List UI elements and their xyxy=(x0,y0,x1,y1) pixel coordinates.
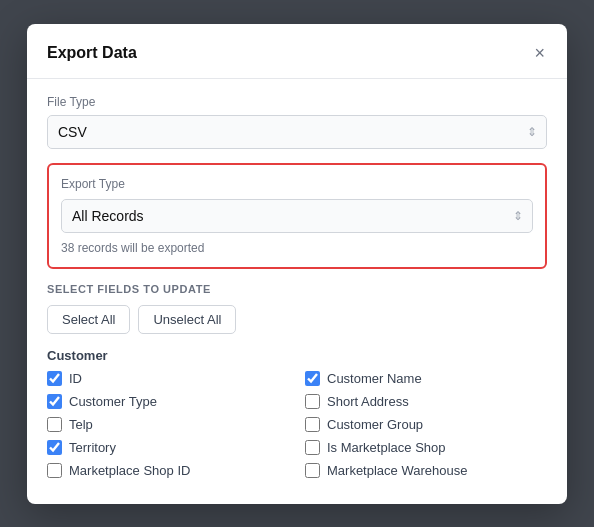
fields-section-title: SELECT FIELDS TO UPDATE xyxy=(47,283,547,295)
file-type-select[interactable]: CSV Excel JSON xyxy=(47,115,547,149)
export-type-label: Export Type xyxy=(61,177,533,191)
field-customer-group-checkbox[interactable] xyxy=(305,417,320,432)
field-customer-name-checkbox[interactable] xyxy=(305,371,320,386)
field-id-label: ID xyxy=(69,371,82,386)
export-data-modal: Export Data × File Type CSV Excel JSON ⇕… xyxy=(27,24,567,504)
list-item: Customer Name xyxy=(305,371,547,386)
file-type-label: File Type xyxy=(47,95,547,109)
field-marketplace-shop-id-label: Marketplace Shop ID xyxy=(69,463,190,478)
field-customer-name-label: Customer Name xyxy=(327,371,422,386)
fields-grid: ID Customer Name Customer Type Short Add… xyxy=(47,371,547,478)
file-type-select-wrapper: CSV Excel JSON ⇕ xyxy=(47,115,547,149)
records-note: 38 records will be exported xyxy=(61,241,533,255)
field-marketplace-warehouse-label: Marketplace Warehouse xyxy=(327,463,467,478)
fields-category: Customer xyxy=(47,348,547,363)
field-marketplace-warehouse-checkbox[interactable] xyxy=(305,463,320,478)
field-telp-checkbox[interactable] xyxy=(47,417,62,432)
field-short-address-checkbox[interactable] xyxy=(305,394,320,409)
field-customer-group-label: Customer Group xyxy=(327,417,423,432)
list-item: Marketplace Shop ID xyxy=(47,463,289,478)
export-type-select-wrapper: All Records Selected Records Filtered Re… xyxy=(61,199,533,233)
field-customer-type-label: Customer Type xyxy=(69,394,157,409)
list-item: Telp xyxy=(47,417,289,432)
field-marketplace-shop-id-checkbox[interactable] xyxy=(47,463,62,478)
list-item: Customer Type xyxy=(47,394,289,409)
list-item: Customer Group xyxy=(305,417,547,432)
list-item: Territory xyxy=(47,440,289,455)
export-type-box: Export Type All Records Selected Records… xyxy=(47,163,547,269)
select-all-button[interactable]: Select All xyxy=(47,305,130,334)
modal-header: Export Data × xyxy=(27,24,567,79)
field-territory-checkbox[interactable] xyxy=(47,440,62,455)
field-is-marketplace-shop-label: Is Marketplace Shop xyxy=(327,440,446,455)
field-telp-label: Telp xyxy=(69,417,93,432)
field-short-address-label: Short Address xyxy=(327,394,409,409)
list-item: Short Address xyxy=(305,394,547,409)
list-item: ID xyxy=(47,371,289,386)
close-button[interactable]: × xyxy=(532,42,547,64)
export-type-select[interactable]: All Records Selected Records Filtered Re… xyxy=(61,199,533,233)
field-id-checkbox[interactable] xyxy=(47,371,62,386)
file-type-group: File Type CSV Excel JSON ⇕ xyxy=(47,95,547,149)
fields-section: SELECT FIELDS TO UPDATE Select All Unsel… xyxy=(47,283,547,478)
modal-body: File Type CSV Excel JSON ⇕ Export Type A… xyxy=(27,79,567,504)
action-buttons: Select All Unselect All xyxy=(47,305,547,334)
list-item: Marketplace Warehouse xyxy=(305,463,547,478)
modal-title: Export Data xyxy=(47,44,137,62)
field-territory-label: Territory xyxy=(69,440,116,455)
field-customer-type-checkbox[interactable] xyxy=(47,394,62,409)
field-is-marketplace-shop-checkbox[interactable] xyxy=(305,440,320,455)
unselect-all-button[interactable]: Unselect All xyxy=(138,305,236,334)
list-item: Is Marketplace Shop xyxy=(305,440,547,455)
